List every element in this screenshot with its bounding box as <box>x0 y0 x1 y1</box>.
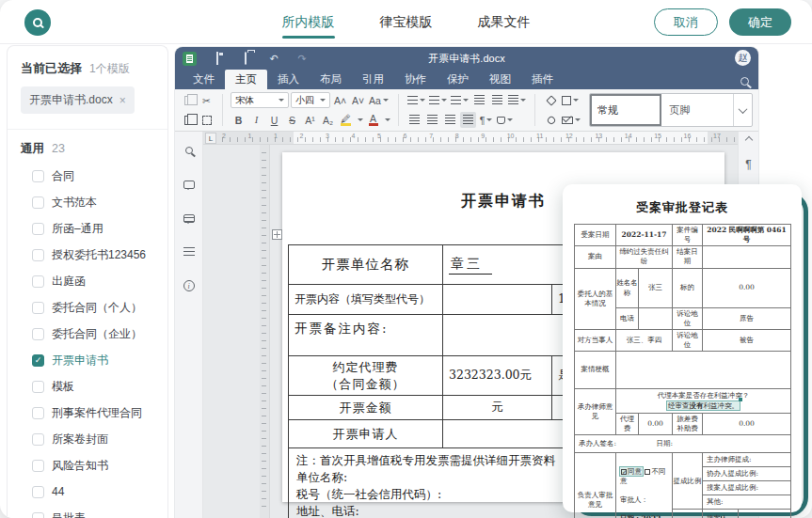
cancel-button[interactable]: 取消 <box>654 8 718 36</box>
strikethrough-button[interactable]: S <box>284 112 300 128</box>
info-icon[interactable]: i <box>182 278 197 293</box>
ribbon-menu-tab[interactable]: 布局 <box>310 70 352 89</box>
bullet-list-button[interactable] <box>406 92 426 108</box>
ribbon-menu-tab[interactable]: 插件 <box>521 70 564 89</box>
template-list-item[interactable]: 模板 <box>32 373 167 400</box>
mail-merge-button[interactable] <box>561 112 581 128</box>
numbered-list-button[interactable] <box>428 92 448 108</box>
style-footer[interactable]: 页脚 <box>661 94 733 126</box>
checkbox[interactable] <box>32 249 44 261</box>
template-list-item[interactable]: 委托合同（企业） <box>32 321 167 347</box>
fee-label-cell: 约定代理费 （合同金额） <box>289 356 443 396</box>
header-tab[interactable]: 成果文件 <box>476 2 533 43</box>
cut-button[interactable]: ✂ <box>199 92 215 108</box>
header-tab[interactable]: 所内模版 <box>280 2 337 43</box>
checkbox[interactable] <box>32 275 44 288</box>
paste-button[interactable] <box>181 112 197 128</box>
template-list-item[interactable]: 刑事案件代理合同 <box>32 400 167 426</box>
page-color-button[interactable] <box>561 92 580 108</box>
template-list-item[interactable]: 开票申请书 <box>32 347 167 373</box>
ribbon-menu-tab[interactable]: 协作 <box>394 70 437 89</box>
grow-font-button[interactable]: A˄ <box>332 92 348 108</box>
line-spacing-button[interactable] <box>507 92 527 108</box>
template-list-item[interactable]: 出庭函 <box>32 268 167 294</box>
justify-button[interactable] <box>460 112 476 128</box>
copy-button[interactable] <box>181 92 197 108</box>
template-list-item[interactable]: 风险告知书 <box>32 452 167 479</box>
highlight-color-button[interactable]: 🖉 <box>338 112 354 128</box>
shading-button[interactable] <box>496 112 514 128</box>
align-right-button[interactable] <box>442 112 458 128</box>
header-tab[interactable]: 律宝模版 <box>378 2 435 43</box>
scroll-up-icon[interactable] <box>744 136 752 144</box>
italic-button[interactable]: I <box>248 112 264 128</box>
align-left-button[interactable] <box>406 112 422 128</box>
eraser-button[interactable] <box>543 92 559 108</box>
checkbox[interactable] <box>32 170 44 182</box>
font-size-select[interactable]: 小四 <box>291 92 330 108</box>
editor-search-icon[interactable] <box>740 77 749 86</box>
checkbox[interactable] <box>32 407 44 419</box>
font-name-select[interactable]: 宋体 <box>231 92 289 108</box>
ribbon-menu-tab[interactable]: 主页 <box>225 70 267 89</box>
conflict-cell: 代理本案是否存在利益冲突？ 经审查没有利益冲突。 <box>616 389 791 414</box>
change-case-button[interactable]: Aa <box>368 92 390 108</box>
checkbox[interactable] <box>32 512 44 518</box>
clipboard-group: ✂ <box>181 91 215 130</box>
template-list-item[interactable]: 文书范本 <box>32 189 167 215</box>
comment-icon[interactable] <box>182 177 197 192</box>
find-icon[interactable] <box>182 143 197 158</box>
checkbox[interactable] <box>32 433 44 446</box>
confirm-button[interactable]: 确定 <box>729 8 791 36</box>
format-painter-button[interactable] <box>543 112 559 128</box>
template-list-item[interactable]: 所案卷封面 <box>32 426 167 452</box>
agent-fee-label: 代理费 <box>616 414 639 435</box>
subscript-button[interactable]: A₂ <box>320 112 336 128</box>
decrease-indent-button[interactable] <box>471 92 487 108</box>
paragraph-mark-button[interactable]: ¶ <box>478 112 494 128</box>
template-list-item[interactable]: 合同 <box>32 163 167 189</box>
checkbox[interactable] <box>32 354 44 367</box>
ribbon-menu-tab[interactable]: 保护 <box>437 70 479 89</box>
underline-button[interactable]: U <box>266 112 282 128</box>
checkbox[interactable] <box>32 223 44 235</box>
template-list-item[interactable]: 授权委托书123456 <box>32 242 167 268</box>
content-label-cell: 开票内容（填写类型代号） <box>289 285 443 315</box>
multilevel-list-button[interactable] <box>450 92 470 108</box>
template-list-item[interactable]: 所函–通用 <box>32 215 167 242</box>
style-normal[interactable]: 常规 <box>590 94 661 126</box>
bold-button[interactable]: B <box>231 112 247 128</box>
checkbox[interactable] <box>32 328 44 340</box>
user-avatar[interactable]: 赵 <box>735 50 751 66</box>
styles-expand-button[interactable] <box>733 94 752 126</box>
ribbon-menu-tab[interactable]: 插入 <box>267 70 310 89</box>
template-item-label: 开票申请书 <box>52 353 108 369</box>
checkbox[interactable] <box>32 381 44 393</box>
table-move-handle[interactable] <box>272 229 282 240</box>
tab-selector[interactable]: L <box>205 133 216 144</box>
select-button[interactable] <box>199 112 215 128</box>
template-list-item[interactable]: 44 <box>32 479 167 505</box>
font-color-button[interactable]: A <box>365 112 381 128</box>
checkbox[interactable] <box>32 486 44 498</box>
overlay-title: 受案审批登记表 <box>574 199 790 216</box>
tag-close-icon[interactable]: × <box>119 94 126 107</box>
checkbox[interactable] <box>32 302 44 314</box>
agree-checkbox-icon <box>621 469 627 475</box>
font-color-dropdown-icon[interactable] <box>385 118 390 121</box>
checkbox[interactable] <box>32 196 44 209</box>
comments-list-icon[interactable] <box>182 211 197 226</box>
superscript-button[interactable]: A¹ <box>302 112 318 128</box>
ribbon-menu-tab[interactable]: 文件 <box>183 70 225 89</box>
highlight-dropdown-icon[interactable] <box>358 118 363 121</box>
pilcrow-icon[interactable]: ¶ <box>745 158 751 171</box>
shrink-font-button[interactable]: A˅ <box>350 92 366 108</box>
ribbon-menu-tab[interactable]: 视图 <box>479 70 521 89</box>
template-list-item[interactable]: 呈批表 <box>32 505 167 518</box>
increase-indent-button[interactable] <box>489 92 505 108</box>
template-list-item[interactable]: 委托合同（个人） <box>32 294 167 321</box>
align-center-button[interactable] <box>424 112 440 128</box>
checkbox[interactable] <box>32 460 44 472</box>
outline-icon[interactable] <box>182 244 197 259</box>
ribbon-menu-tab[interactable]: 引用 <box>352 70 394 89</box>
